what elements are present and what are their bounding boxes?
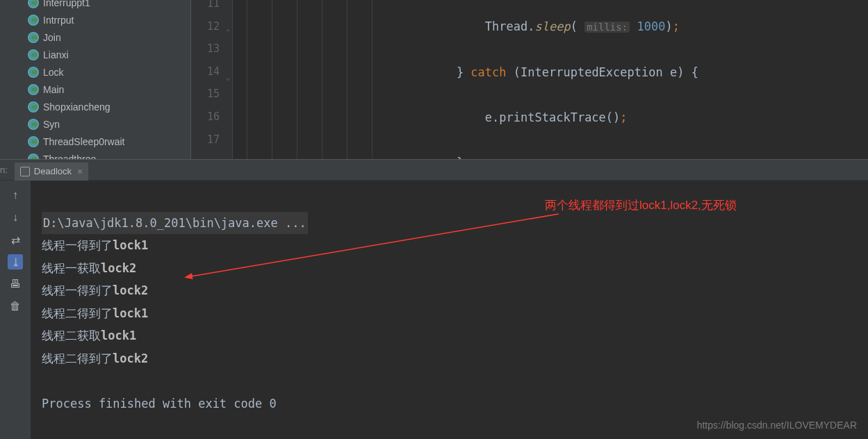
tree-item-label: Syn: [43, 119, 60, 130]
trash-icon[interactable]: 🗑: [8, 299, 23, 314]
watermark: https://blog.csdn.net/ILOVEMYDEAR: [697, 420, 857, 431]
tree-item-label: Main: [43, 84, 64, 95]
tree-item[interactable]: Lianxi: [0, 46, 190, 63]
tree-item-label: Threadthree: [43, 154, 96, 160]
tab-prefix: n:: [0, 165, 8, 175]
indent-guides: [233, 0, 400, 159]
fold-icon[interactable]: ⌃: [223, 22, 230, 31]
scroll-to-end-icon[interactable]: ⤓: [8, 254, 23, 270]
annotation-text: 两个线程都得到过lock1,lock2,无死锁: [545, 194, 737, 217]
class-icon: [28, 154, 39, 160]
run-tabs: n: Deadlock ×: [0, 160, 868, 181]
console-output[interactable]: D:\Java\jdk1.8.0_201\bin\java.exe ... 线程…: [31, 181, 868, 439]
class-icon: [28, 84, 39, 95]
tree-item[interactable]: ThreadSleep0rwait: [0, 133, 190, 150]
class-icon: [28, 119, 39, 130]
class-icon: [28, 101, 39, 113]
print-icon[interactable]: 🖶: [8, 276, 23, 292]
code-content[interactable]: Thread.sleep( millis: 1000); } catch (In…: [400, 0, 868, 159]
class-icon: [28, 15, 39, 26]
tree-item[interactable]: Syn: [0, 115, 190, 133]
tree-item[interactable]: Lock: [0, 63, 190, 81]
up-icon[interactable]: ↑: [8, 188, 23, 203]
run-tool-window: n: Deadlock × ↑ ↓ ⇄ ⤓ 🖶 🗑 D:\Java\jdk1.8…: [0, 159, 868, 439]
tab-label: Deadlock: [34, 166, 72, 176]
application-icon: [20, 167, 30, 176]
project-tree[interactable]: Interruppt1 Intrrput Join Lianxi Lock Ma…: [0, 0, 191, 159]
class-icon: [28, 32, 39, 43]
exit-message: Process finished with exit code 0: [42, 397, 277, 411]
tree-item[interactable]: Shopxiancheng: [0, 98, 190, 115]
tree-item-label: Lianxi: [43, 49, 69, 60]
console-cmd: D:\Java\jdk1.8.0_201\bin\java.exe ...: [42, 212, 308, 235]
tree-item-label: Join: [43, 32, 61, 43]
down-icon[interactable]: ↓: [8, 210, 23, 225]
tree-item-label: ThreadSleep0rwait: [43, 136, 125, 147]
console-toolbar: ↑ ↓ ⇄ ⤓ 🖶 🗑: [0, 181, 31, 439]
tree-item[interactable]: Main: [0, 81, 190, 98]
run-tab-deadlock[interactable]: Deadlock ×: [15, 163, 88, 181]
class-icon: [28, 136, 39, 147]
tree-item-label: Shopxiancheng: [43, 101, 110, 113]
tree-item[interactable]: Intrrput: [0, 11, 190, 28]
fold-icon[interactable]: ⌄: [223, 67, 230, 76]
wrap-icon[interactable]: ⇄: [8, 232, 23, 247]
line-gutter: 11 12⌃ 13 14⌄ 15 16 17: [191, 0, 233, 159]
tree-item[interactable]: Join: [0, 28, 190, 46]
tree-item-label: Interruppt1: [43, 0, 90, 8]
tree-item[interactable]: Threadthree: [0, 150, 190, 159]
tree-item-label: Intrrput: [43, 15, 74, 26]
close-icon[interactable]: ×: [77, 166, 83, 177]
code-editor[interactable]: 11 12⌃ 13 14⌄ 15 16 17 Thread.sleep( mil…: [191, 0, 868, 159]
tree-item[interactable]: Interruppt1: [0, 0, 190, 11]
class-icon: [28, 49, 39, 60]
class-icon: [28, 67, 39, 78]
class-icon: [28, 0, 39, 8]
tree-item-label: Lock: [43, 67, 64, 78]
